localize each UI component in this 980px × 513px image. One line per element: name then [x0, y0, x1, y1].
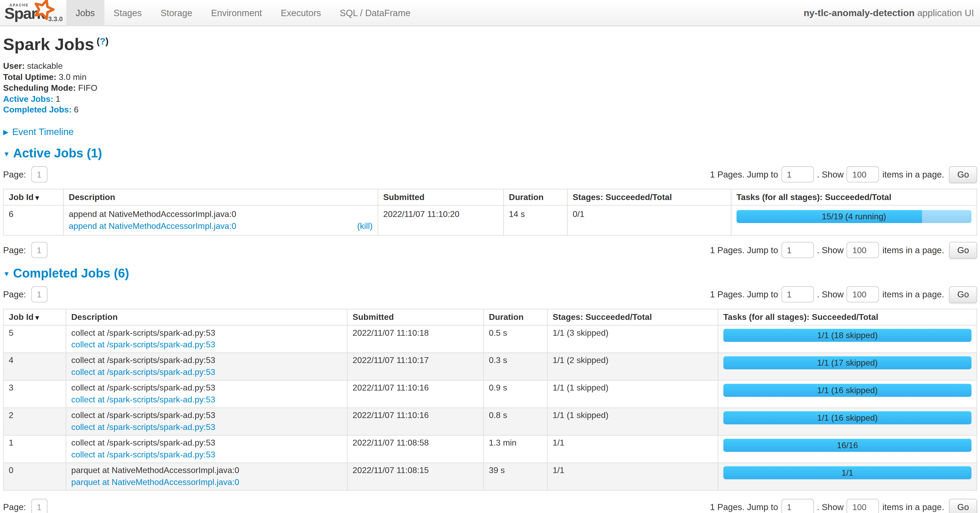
tab-environment[interactable]: Environment	[202, 0, 271, 25]
job-id-cell: 4	[3, 353, 66, 380]
help-link[interactable]: (?)	[97, 36, 108, 46]
items-per-page-input[interactable]	[847, 242, 880, 258]
job-detail-link[interactable]: collect at /spark-scripts/spark-ad.py:53	[71, 367, 215, 377]
items-text: items in a page.	[882, 502, 944, 512]
event-timeline-toggle[interactable]: ▶Event Timeline	[3, 126, 977, 137]
tab-sql-dataframe[interactable]: SQL / DataFrame	[330, 0, 420, 25]
column-header-description[interactable]: Description	[64, 189, 378, 205]
task-progress-bar: 16/16	[723, 439, 972, 452]
page-number-input[interactable]	[31, 499, 47, 513]
task-progress-bar: 1/1	[723, 466, 972, 480]
column-header-duration[interactable]: Duration	[484, 309, 547, 325]
job-detail-link[interactable]: collect at /spark-scripts/spark-ad.py:53	[71, 395, 215, 404]
pagination: Page: 1 Pages. Jump to . Show items in a…	[3, 286, 977, 303]
column-header-job-id[interactable]: Job Id▾	[3, 309, 66, 325]
items-text: items in a page.	[882, 245, 944, 255]
completed-jobs-heading[interactable]: ▼Completed Jobs (6)	[3, 266, 977, 280]
column-header-stages[interactable]: Stages: Succeeded/Total	[567, 189, 731, 205]
task-progress-bar: 1/1 (16 skipped)	[723, 384, 972, 397]
column-header-submitted[interactable]: Submitted	[347, 309, 484, 325]
tab-storage[interactable]: Storage	[151, 0, 202, 25]
task-progress-bar: 1/1 (17 skipped)	[723, 356, 972, 369]
completed-jobs-link[interactable]: Completed Jobs:	[3, 105, 72, 114]
stages-cell: 1/1	[547, 435, 718, 463]
tasks-progress-cell: 1/1 (16 skipped)	[718, 408, 977, 435]
pages-total-text: 1 Pages. Jump to	[710, 502, 778, 512]
column-header-tasks[interactable]: Tasks (for all stages): Succeeded/Total	[718, 309, 977, 325]
page-label: Page:	[3, 170, 26, 179]
chevron-right-icon: ▶	[3, 128, 8, 135]
page-label: Page:	[3, 245, 26, 255]
description-cell: collect at /spark-scripts/spark-ad.py:53…	[66, 353, 347, 380]
page-number-input[interactable]	[31, 242, 47, 258]
items-per-page-input[interactable]	[847, 167, 880, 183]
description-cell: parquet at NativeMethodAccessorImpl.java…	[66, 463, 347, 490]
task-progress-bar: 15/19 (4 running)	[737, 210, 972, 223]
duration-cell: 39 s	[484, 463, 547, 490]
chevron-down-icon: ▼	[3, 150, 10, 157]
application-name: ny-tlc-anomaly-detection	[803, 7, 914, 18]
spark-logo: APACHE Spark 3.3.0	[0, 0, 66, 25]
description-cell: collect at /spark-scripts/spark-ad.py:53…	[66, 325, 347, 353]
job-detail-link[interactable]: append at NativeMethodAccessorImpl.java:…	[69, 221, 236, 230]
tasks-progress-cell: 1/1	[718, 463, 977, 490]
completed-job-row: 3 collect at /spark-scripts/spark-ad.py:…	[3, 380, 977, 408]
tasks-progress-cell: 1/1 (17 skipped)	[718, 353, 977, 380]
jump-to-input[interactable]	[781, 286, 814, 303]
stages-cell: 1/1 (3 skipped)	[547, 325, 718, 353]
completed-jobs-table: Job Id▾ Description Submitted Duration S…	[3, 309, 977, 491]
column-header-description[interactable]: Description	[66, 309, 347, 325]
jump-to-input[interactable]	[781, 242, 814, 258]
page-label: Page:	[3, 290, 26, 300]
pagination: Page: 1 Pages. Jump to . Show items in a…	[3, 242, 977, 259]
jump-to-input[interactable]	[781, 167, 814, 183]
job-detail-link[interactable]: collect at /spark-scripts/spark-ad.py:53	[71, 340, 215, 349]
tab-executors[interactable]: Executors	[271, 0, 330, 25]
active-jobs-link[interactable]: Active Jobs:	[3, 94, 54, 103]
tab-jobs[interactable]: Jobs	[66, 0, 104, 25]
job-id-cell: 6	[3, 205, 64, 235]
jump-to-input[interactable]	[781, 499, 814, 513]
duration-cell: 0.5 s	[484, 325, 547, 353]
show-text: . Show	[817, 245, 844, 255]
items-text: items in a page.	[882, 290, 944, 300]
tasks-progress-cell: 1/1 (16 skipped)	[718, 380, 977, 408]
stages-cell: 1/1 (1 skipped)	[547, 408, 718, 435]
tab-stages[interactable]: Stages	[104, 0, 151, 25]
progress-label: 16/16	[723, 439, 972, 452]
job-id-cell: 5	[3, 325, 66, 353]
tasks-progress-cell: 15/19 (4 running)	[731, 205, 977, 235]
go-button[interactable]: Go	[949, 242, 977, 259]
active-job-row: 6 append at NativeMethodAccessorImpl.jav…	[3, 205, 977, 235]
items-per-page-input[interactable]	[847, 286, 880, 303]
job-id-cell: 3	[3, 380, 66, 408]
progress-label: 1/1	[723, 466, 972, 480]
active-jobs-heading[interactable]: ▼Active Jobs (1)	[3, 146, 977, 160]
description-cell: collect at /spark-scripts/spark-ad.py:53…	[66, 435, 347, 463]
go-button[interactable]: Go	[949, 286, 977, 303]
submitted-cell: 2022/11/07 11:10:16	[347, 408, 484, 435]
items-per-page-input[interactable]	[847, 499, 880, 513]
column-header-stages[interactable]: Stages: Succeeded/Total	[547, 309, 718, 325]
kill-link[interactable]: (kill)	[357, 221, 372, 231]
job-detail-link[interactable]: collect at /spark-scripts/spark-ad.py:53	[71, 422, 215, 432]
duration-cell: 0.8 s	[484, 408, 547, 435]
go-button[interactable]: Go	[949, 499, 977, 513]
description-cell: append at NativeMethodAccessorImpl.java:…	[64, 205, 378, 235]
job-id-cell: 2	[3, 408, 66, 435]
active-jobs-table: Job Id▾ Description Submitted Duration S…	[3, 189, 977, 235]
page-number-input[interactable]	[31, 286, 47, 303]
duration-cell: 0.3 s	[484, 353, 547, 380]
submitted-cell: 2022/11/07 11:10:18	[347, 325, 484, 353]
column-header-duration[interactable]: Duration	[504, 189, 567, 205]
stages-cell: 1/1 (1 skipped)	[547, 380, 718, 408]
page-number-input[interactable]	[31, 167, 47, 183]
go-button[interactable]: Go	[949, 166, 977, 183]
column-header-job-id[interactable]: Job Id▾	[3, 189, 64, 205]
column-header-submitted[interactable]: Submitted	[378, 189, 504, 205]
job-detail-link[interactable]: collect at /spark-scripts/spark-ad.py:53	[71, 450, 215, 459]
job-detail-link[interactable]: parquet at NativeMethodAccessorImpl.java…	[71, 478, 239, 487]
completed-job-row: 4 collect at /spark-scripts/spark-ad.py:…	[3, 353, 977, 380]
stages-cell: 0/1	[567, 205, 731, 235]
column-header-tasks[interactable]: Tasks (for all stages): Succeeded/Total	[731, 189, 977, 205]
